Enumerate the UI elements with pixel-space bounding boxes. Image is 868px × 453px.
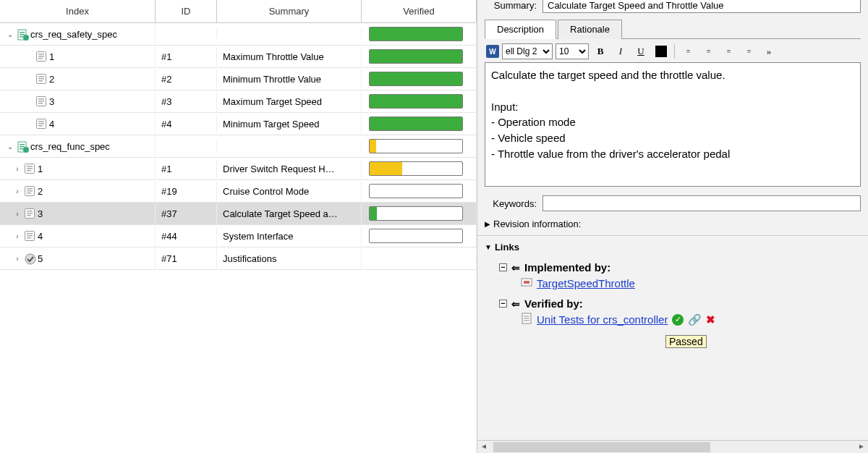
test-file-icon: [521, 313, 532, 326]
group-name: crs_req_safety_spec: [30, 29, 117, 40]
verified-progress: [369, 139, 463, 153]
requirement-icon: [36, 51, 46, 62]
table-row[interactable]: ›2#19Cruise Control Mode: [0, 180, 477, 203]
tab-rationale[interactable]: Rationale: [558, 20, 622, 39]
svg-point-4: [23, 35, 29, 41]
chevron-right-icon[interactable]: ›: [13, 187, 22, 195]
table-row[interactable]: 4#4Minimum Target Speed: [0, 113, 477, 135]
table-row[interactable]: 1#1Maximum Throttle Value: [0, 46, 477, 68]
row-id: #1: [156, 159, 217, 179]
svg-rect-29: [27, 170, 31, 172]
svg-rect-1: [20, 32, 25, 33]
chevron-down-icon[interactable]: ⌄: [6, 30, 14, 38]
revision-info-toggle[interactable]: ▶ Revision information:: [485, 216, 861, 232]
row-id: #71: [156, 249, 217, 268]
svg-rect-27: [27, 166, 33, 167]
verified-progress: [369, 94, 463, 109]
table-row[interactable]: ›5#71Justifications: [0, 247, 477, 270]
justification-icon: [25, 253, 35, 263]
italic-button[interactable]: I: [612, 43, 629, 59]
verified-by-group: − ⇐ Verified by: Unit Tests for crs_cont…: [499, 297, 861, 351]
align-right-button[interactable]: ≡: [720, 43, 737, 59]
align-center-button[interactable]: ≡: [699, 43, 717, 59]
spec-file-icon: [17, 29, 27, 39]
col-header-id[interactable]: ID: [156, 0, 217, 22]
font-select[interactable]: ell Dlg 2: [502, 43, 553, 59]
collapse-icon[interactable]: −: [499, 300, 507, 308]
link-icon[interactable]: 🔗: [688, 313, 702, 326]
align-justify-button[interactable]: ≡: [740, 43, 757, 59]
keywords-input[interactable]: [542, 195, 861, 211]
svg-rect-19: [38, 123, 44, 124]
toolbar-more-button[interactable]: »: [760, 43, 778, 59]
table-group-row[interactable]: ⌄crs_req_safety_spec: [0, 23, 477, 46]
svg-rect-15: [38, 101, 44, 102]
row-id: #37: [156, 204, 217, 224]
row-summary: Driver Switch Request H…: [217, 159, 362, 179]
implemented-by-heading: Implemented by:: [524, 261, 610, 274]
row-id: #44: [156, 226, 217, 246]
svg-rect-10: [38, 76, 44, 77]
requirement-icon: [25, 208, 35, 219]
bold-button[interactable]: B: [592, 43, 609, 59]
svg-rect-22: [20, 144, 25, 145]
summary-label: Summary:: [485, 0, 537, 11]
table-row[interactable]: 3#3Maximum Target Speed: [0, 90, 477, 113]
collapse-icon[interactable]: −: [499, 263, 507, 271]
svg-rect-36: [27, 213, 33, 214]
detail-panel: Summary: Description Rationale W ell Dlg…: [477, 0, 868, 453]
table-row[interactable]: ›1#1Driver Switch Request H…: [0, 158, 477, 180]
verified-progress: [369, 206, 463, 221]
table-row[interactable]: 2#2Minimum Throttle Value: [0, 68, 477, 90]
tab-description[interactable]: Description: [485, 20, 556, 39]
table-group-row[interactable]: ⌄crs_req_func_spec: [0, 135, 477, 158]
svg-rect-44: [524, 281, 529, 284]
chevron-right-icon[interactable]: ›: [13, 255, 22, 263]
svg-rect-41: [27, 237, 31, 239]
chevron-right-icon[interactable]: ›: [13, 165, 22, 173]
svg-rect-35: [27, 211, 33, 212]
links-body: − ⇐ Implemented by: TargetSpeedThrottle …: [485, 255, 861, 360]
svg-rect-18: [38, 121, 44, 122]
svg-rect-31: [27, 188, 33, 190]
model-block-icon: [521, 276, 532, 290]
row-index: 4: [38, 231, 43, 242]
summary-input[interactable]: [542, 0, 861, 13]
horizontal-scrollbar[interactable]: [477, 440, 868, 453]
table-row[interactable]: ›4#44System Interface: [0, 225, 477, 247]
font-size-select[interactable]: 10: [556, 43, 589, 59]
verified-by-link[interactable]: Unit Tests for crs_controller: [537, 313, 668, 326]
svg-rect-14: [38, 98, 44, 100]
svg-rect-6: [38, 54, 44, 55]
toolbar-divider: [674, 44, 675, 59]
arrow-left-icon: ⇐: [511, 262, 520, 274]
row-summary: Minimum Target Speed: [217, 114, 362, 134]
row-summary: Cruise Control Mode: [217, 182, 362, 201]
arrow-left-icon: ⇐: [511, 298, 520, 310]
chevron-down-icon[interactable]: ⌄: [6, 143, 14, 151]
col-header-summary[interactable]: Summary: [217, 0, 362, 22]
requirement-icon: [25, 186, 35, 196]
verified-progress: [369, 27, 463, 41]
implemented-by-link[interactable]: TargetSpeedThrottle: [537, 277, 635, 289]
row-index: 2: [49, 74, 54, 85]
align-left-button[interactable]: ≡: [679, 43, 697, 59]
svg-rect-40: [27, 235, 33, 237]
links-label: Links: [495, 242, 519, 253]
links-toggle[interactable]: ▼ Links: [485, 239, 861, 255]
table-row[interactable]: ›3#37Calculate Target Speed a…: [0, 203, 477, 225]
word-icon[interactable]: W: [486, 45, 499, 58]
underline-button[interactable]: U: [632, 43, 650, 59]
status-badge: Passed: [665, 335, 707, 348]
col-header-index[interactable]: Index: [0, 0, 156, 22]
row-id: #2: [156, 69, 217, 89]
svg-rect-32: [27, 190, 33, 192]
delete-link-icon[interactable]: ✖: [706, 313, 715, 326]
chevron-right-icon[interactable]: ›: [13, 232, 22, 240]
chevron-right-icon: ▶: [485, 220, 490, 228]
chevron-right-icon[interactable]: ›: [13, 210, 22, 218]
col-header-verified[interactable]: Verified: [362, 0, 477, 22]
svg-rect-7: [38, 56, 44, 57]
description-editor[interactable]: Calculate the target speed and the throt…: [485, 62, 861, 187]
font-color-button[interactable]: [652, 43, 670, 59]
